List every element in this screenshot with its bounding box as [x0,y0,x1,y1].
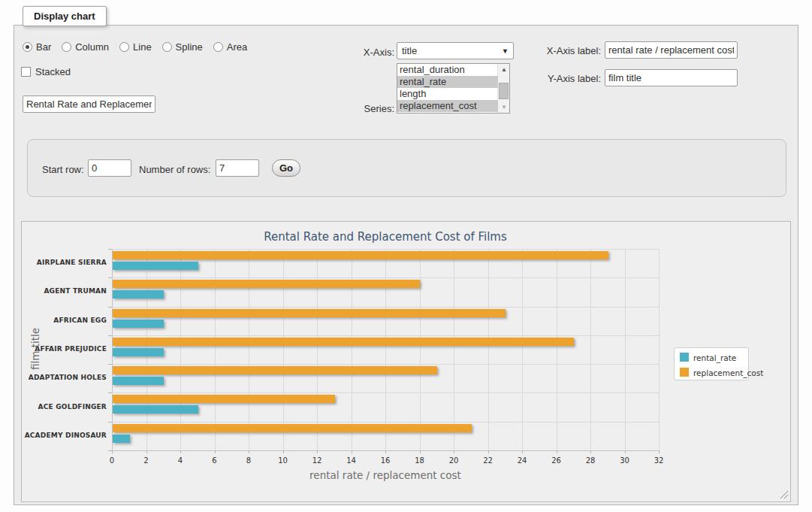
x-tick-label: 2 [135,456,158,465]
chart-type-label: Bar [36,41,51,53]
gridline-h [112,335,659,336]
go-button[interactable]: Go [272,159,300,177]
x-axis-select-value: title [402,45,502,56]
radio-icon[interactable] [162,42,172,52]
x-tick-label: 20 [442,456,465,465]
gridline-v [488,249,489,450]
chart-title-input[interactable] [23,95,155,113]
bar-rental_rate-3[interactable] [113,348,164,356]
chart-type-line[interactable]: Line [119,41,152,53]
series-option-rental_duration[interactable]: rental_duration [397,64,498,76]
y-tick-mark [108,450,112,451]
bar-replacement_cost-6[interactable] [113,424,472,432]
x-axis-select[interactable]: title ▼ [397,42,514,59]
scrollbar-up-icon[interactable]: ▲ [498,64,510,75]
radio-icon[interactable] [23,42,32,52]
stacked-checkbox[interactable] [21,67,31,77]
x-tick-label: 18 [409,456,431,465]
radio-icon[interactable] [119,42,129,52]
chart-type-spline[interactable]: Spline [162,41,203,53]
listbox-scrollbar[interactable]: ▲ ▼ [497,64,509,113]
x-tick-label: 24 [511,456,533,465]
chart-area: Rental Rate and Replacement Cost of Film… [21,221,791,502]
x-tick-label: 30 [614,456,636,465]
scrollbar-thumb[interactable] [499,83,509,99]
x-axis-label-input[interactable] [605,41,738,59]
chart-legend: rental_ratereplacement_cost [674,347,749,380]
bar-replacement_cost-2[interactable] [113,309,506,317]
bar-rental_rate-0[interactable] [113,262,198,270]
gridline-v [659,249,660,450]
gridline-v [249,249,249,450]
stacked-label: Stacked [35,66,71,77]
series-option-length[interactable]: length [397,88,498,100]
y-axis-title: film title [29,289,41,409]
gridline-v [420,249,421,450]
chart-title: Rental Rate and Replacement Cost of Film… [112,230,659,244]
chart-type-bar[interactable]: Bar [23,41,51,53]
legend-item-rental_rate[interactable]: rental_rate [680,353,749,363]
bar-rental_rate-2[interactable] [113,320,164,328]
chart-type-column[interactable]: Column [62,41,109,53]
x-tick-label: 16 [374,456,397,465]
x-tick-label: 28 [579,456,602,465]
bar-replacement_cost-0[interactable] [113,251,608,259]
x-axis-select-label: X-Axis: [315,47,394,58]
x-tick-label: 8 [237,456,260,465]
dropdown-arrow-icon: ▼ [502,47,509,55]
category-label: AIRPLANE SIERRA [22,259,107,266]
chart-type-label: Area [227,41,247,53]
chart-type-label: Column [75,41,109,53]
chart-type-label: Spline [176,41,203,53]
bar-rental_rate-1[interactable] [113,290,164,298]
series-multiselect[interactable]: ▲ ▼ rental_durationrental_ratelengthrepl… [397,63,510,114]
y-tick-mark [108,335,112,336]
x-tick-label: 10 [272,456,294,465]
stacked-checkbox-row[interactable]: Stacked [21,66,71,77]
chart-type-radio-group: BarColumnLineSplineArea [23,41,247,53]
y-tick-mark [108,392,112,393]
x-tick-mark [659,450,660,453]
bar-rental_rate-4[interactable] [113,377,164,385]
bar-replacement_cost-4[interactable] [113,366,437,374]
num-rows-input[interactable] [216,159,259,177]
bar-replacement_cost-3[interactable] [113,338,574,346]
bar-replacement_cost-1[interactable] [113,280,420,288]
chart-type-label: Line [133,41,152,53]
chart-type-area[interactable]: Area [213,41,247,53]
legend-swatch [680,353,689,362]
radio-icon[interactable] [213,42,223,52]
resize-handle-icon[interactable] [779,489,788,498]
start-row-input[interactable] [88,159,131,177]
legend-item-replacement_cost[interactable]: replacement_cost [680,368,749,378]
start-row-label: Start row: [42,164,84,175]
gridline-v [180,249,181,450]
radio-icon[interactable] [62,42,71,52]
x-tick-label: 12 [306,456,328,465]
series-option-rental_rate[interactable]: rental_rate [397,76,498,88]
gridline-h [112,392,659,393]
y-axis-label-input[interactable] [605,69,738,86]
gridline-h [112,277,659,278]
gridline-h [112,249,659,250]
category-label: ACADEMY DINOSAUR [22,432,107,439]
gridline-v [557,249,557,450]
y-tick-mark [108,307,112,308]
scrollbar-down-icon[interactable]: ▼ [498,101,510,113]
gridline-v [283,249,284,450]
x-tick-label: 4 [169,456,192,465]
series-option-replacement_cost[interactable]: replacement_cost [397,100,498,112]
bar-replacement_cost-5[interactable] [113,395,335,403]
bar-rental_rate-5[interactable] [113,405,198,414]
fieldset-legend: Display chart [23,6,107,26]
gridline-h [112,450,659,451]
gridline-v [454,249,454,450]
x-axis-label-label: X-Axis label: [522,45,601,56]
x-tick-label: 26 [545,456,568,465]
gridline-v [522,249,523,450]
gridline-v [385,249,386,450]
x-tick-label: 0 [101,456,123,465]
bar-rental_rate-6[interactable] [113,435,130,443]
x-axis-title: rental rate / replacement cost [112,469,659,481]
x-tick-label: 22 [477,456,500,465]
